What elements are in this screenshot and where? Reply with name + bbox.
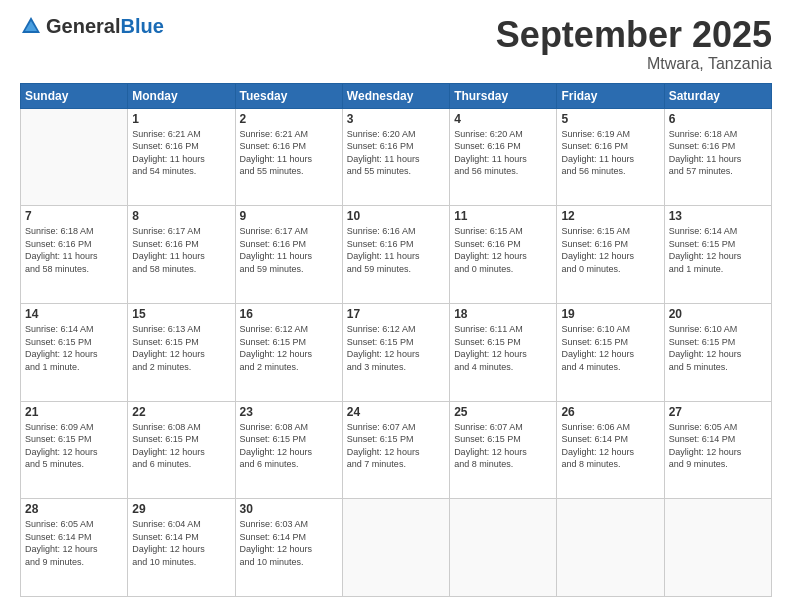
calendar-cell: 24Sunrise: 6:07 AM Sunset: 6:15 PM Dayli… (342, 401, 449, 499)
calendar-cell: 29Sunrise: 6:04 AM Sunset: 6:14 PM Dayli… (128, 499, 235, 597)
calendar-cell: 28Sunrise: 6:05 AM Sunset: 6:14 PM Dayli… (21, 499, 128, 597)
day-number: 22 (132, 405, 230, 419)
day-number: 28 (25, 502, 123, 516)
day-number: 17 (347, 307, 445, 321)
calendar-cell: 25Sunrise: 6:07 AM Sunset: 6:15 PM Dayli… (450, 401, 557, 499)
header: GeneralBlue September 2025 Mtwara, Tanza… (20, 15, 772, 73)
calendar-cell: 10Sunrise: 6:16 AM Sunset: 6:16 PM Dayli… (342, 206, 449, 304)
day-number: 27 (669, 405, 767, 419)
calendar-cell: 23Sunrise: 6:08 AM Sunset: 6:15 PM Dayli… (235, 401, 342, 499)
calendar-cell: 16Sunrise: 6:12 AM Sunset: 6:15 PM Dayli… (235, 303, 342, 401)
day-info: Sunrise: 6:05 AM Sunset: 6:14 PM Dayligh… (669, 421, 767, 471)
calendar-cell (342, 499, 449, 597)
day-info: Sunrise: 6:21 AM Sunset: 6:16 PM Dayligh… (240, 128, 338, 178)
day-info: Sunrise: 6:07 AM Sunset: 6:15 PM Dayligh… (454, 421, 552, 471)
calendar-cell: 13Sunrise: 6:14 AM Sunset: 6:15 PM Dayli… (664, 206, 771, 304)
calendar-cell: 2Sunrise: 6:21 AM Sunset: 6:16 PM Daylig… (235, 108, 342, 206)
logo: GeneralBlue (20, 15, 164, 37)
day-number: 10 (347, 209, 445, 223)
calendar-cell: 9Sunrise: 6:17 AM Sunset: 6:16 PM Daylig… (235, 206, 342, 304)
calendar-cell: 17Sunrise: 6:12 AM Sunset: 6:15 PM Dayli… (342, 303, 449, 401)
day-number: 12 (561, 209, 659, 223)
day-number: 18 (454, 307, 552, 321)
day-number: 7 (25, 209, 123, 223)
day-info: Sunrise: 6:18 AM Sunset: 6:16 PM Dayligh… (25, 225, 123, 275)
day-info: Sunrise: 6:12 AM Sunset: 6:15 PM Dayligh… (347, 323, 445, 373)
day-info: Sunrise: 6:20 AM Sunset: 6:16 PM Dayligh… (454, 128, 552, 178)
logo-blue-text: Blue (120, 15, 163, 37)
calendar-cell (21, 108, 128, 206)
week-row-4: 21Sunrise: 6:09 AM Sunset: 6:15 PM Dayli… (21, 401, 772, 499)
calendar-cell: 7Sunrise: 6:18 AM Sunset: 6:16 PM Daylig… (21, 206, 128, 304)
week-row-3: 14Sunrise: 6:14 AM Sunset: 6:15 PM Dayli… (21, 303, 772, 401)
week-row-5: 28Sunrise: 6:05 AM Sunset: 6:14 PM Dayli… (21, 499, 772, 597)
calendar-cell: 11Sunrise: 6:15 AM Sunset: 6:16 PM Dayli… (450, 206, 557, 304)
day-number: 14 (25, 307, 123, 321)
calendar-cell: 5Sunrise: 6:19 AM Sunset: 6:16 PM Daylig… (557, 108, 664, 206)
calendar-cell: 6Sunrise: 6:18 AM Sunset: 6:16 PM Daylig… (664, 108, 771, 206)
day-info: Sunrise: 6:17 AM Sunset: 6:16 PM Dayligh… (132, 225, 230, 275)
day-number: 15 (132, 307, 230, 321)
calendar-cell: 22Sunrise: 6:08 AM Sunset: 6:15 PM Dayli… (128, 401, 235, 499)
day-info: Sunrise: 6:21 AM Sunset: 6:16 PM Dayligh… (132, 128, 230, 178)
day-number: 24 (347, 405, 445, 419)
day-info: Sunrise: 6:16 AM Sunset: 6:16 PM Dayligh… (347, 225, 445, 275)
day-number: 19 (561, 307, 659, 321)
location: Mtwara, Tanzania (496, 55, 772, 73)
calendar-cell: 3Sunrise: 6:20 AM Sunset: 6:16 PM Daylig… (342, 108, 449, 206)
day-info: Sunrise: 6:15 AM Sunset: 6:16 PM Dayligh… (561, 225, 659, 275)
calendar-cell: 30Sunrise: 6:03 AM Sunset: 6:14 PM Dayli… (235, 499, 342, 597)
calendar-table: Sunday Monday Tuesday Wednesday Thursday… (20, 83, 772, 597)
calendar-cell: 19Sunrise: 6:10 AM Sunset: 6:15 PM Dayli… (557, 303, 664, 401)
day-info: Sunrise: 6:10 AM Sunset: 6:15 PM Dayligh… (561, 323, 659, 373)
week-row-1: 1Sunrise: 6:21 AM Sunset: 6:16 PM Daylig… (21, 108, 772, 206)
day-info: Sunrise: 6:20 AM Sunset: 6:16 PM Dayligh… (347, 128, 445, 178)
day-info: Sunrise: 6:18 AM Sunset: 6:16 PM Dayligh… (669, 128, 767, 178)
day-info: Sunrise: 6:12 AM Sunset: 6:15 PM Dayligh… (240, 323, 338, 373)
calendar-cell (664, 499, 771, 597)
col-saturday: Saturday (664, 83, 771, 108)
col-tuesday: Tuesday (235, 83, 342, 108)
day-number: 9 (240, 209, 338, 223)
calendar-cell: 27Sunrise: 6:05 AM Sunset: 6:14 PM Dayli… (664, 401, 771, 499)
day-number: 11 (454, 209, 552, 223)
day-number: 16 (240, 307, 338, 321)
day-info: Sunrise: 6:05 AM Sunset: 6:14 PM Dayligh… (25, 518, 123, 568)
calendar-cell (450, 499, 557, 597)
week-row-2: 7Sunrise: 6:18 AM Sunset: 6:16 PM Daylig… (21, 206, 772, 304)
day-info: Sunrise: 6:04 AM Sunset: 6:14 PM Dayligh… (132, 518, 230, 568)
col-sunday: Sunday (21, 83, 128, 108)
day-number: 20 (669, 307, 767, 321)
col-wednesday: Wednesday (342, 83, 449, 108)
day-number: 5 (561, 112, 659, 126)
day-number: 6 (669, 112, 767, 126)
day-info: Sunrise: 6:07 AM Sunset: 6:15 PM Dayligh… (347, 421, 445, 471)
col-thursday: Thursday (450, 83, 557, 108)
logo-icon (20, 15, 42, 37)
day-number: 21 (25, 405, 123, 419)
day-info: Sunrise: 6:13 AM Sunset: 6:15 PM Dayligh… (132, 323, 230, 373)
calendar-cell (557, 499, 664, 597)
day-number: 26 (561, 405, 659, 419)
day-info: Sunrise: 6:14 AM Sunset: 6:15 PM Dayligh… (25, 323, 123, 373)
day-number: 3 (347, 112, 445, 126)
calendar-cell: 1Sunrise: 6:21 AM Sunset: 6:16 PM Daylig… (128, 108, 235, 206)
day-info: Sunrise: 6:06 AM Sunset: 6:14 PM Dayligh… (561, 421, 659, 471)
calendar-cell: 18Sunrise: 6:11 AM Sunset: 6:15 PM Dayli… (450, 303, 557, 401)
day-info: Sunrise: 6:08 AM Sunset: 6:15 PM Dayligh… (240, 421, 338, 471)
col-monday: Monday (128, 83, 235, 108)
day-info: Sunrise: 6:19 AM Sunset: 6:16 PM Dayligh… (561, 128, 659, 178)
calendar-cell: 12Sunrise: 6:15 AM Sunset: 6:16 PM Dayli… (557, 206, 664, 304)
day-info: Sunrise: 6:15 AM Sunset: 6:16 PM Dayligh… (454, 225, 552, 275)
day-number: 25 (454, 405, 552, 419)
calendar-cell: 8Sunrise: 6:17 AM Sunset: 6:16 PM Daylig… (128, 206, 235, 304)
calendar-cell: 21Sunrise: 6:09 AM Sunset: 6:15 PM Dayli… (21, 401, 128, 499)
day-number: 1 (132, 112, 230, 126)
day-number: 13 (669, 209, 767, 223)
day-number: 23 (240, 405, 338, 419)
calendar-cell: 26Sunrise: 6:06 AM Sunset: 6:14 PM Dayli… (557, 401, 664, 499)
day-info: Sunrise: 6:09 AM Sunset: 6:15 PM Dayligh… (25, 421, 123, 471)
title-block: September 2025 Mtwara, Tanzania (496, 15, 772, 73)
calendar-cell: 14Sunrise: 6:14 AM Sunset: 6:15 PM Dayli… (21, 303, 128, 401)
day-info: Sunrise: 6:11 AM Sunset: 6:15 PM Dayligh… (454, 323, 552, 373)
